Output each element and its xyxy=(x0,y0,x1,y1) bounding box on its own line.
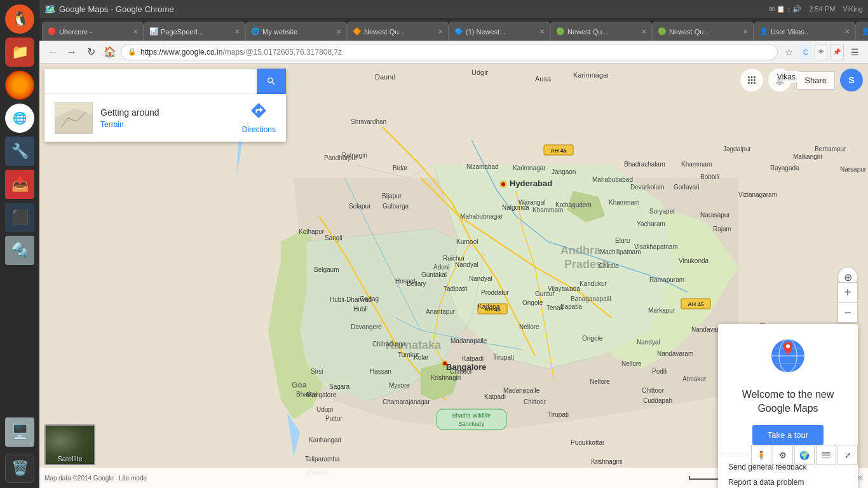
forward-button[interactable]: → xyxy=(64,44,80,60)
tab-close-mywebsite[interactable]: × xyxy=(336,27,341,36)
tab-ubercore[interactable]: 🔴 Ubercore - × xyxy=(42,22,144,41)
svg-text:Kothagudem: Kothagudem xyxy=(555,201,592,208)
svg-text:Nandyal: Nandyal xyxy=(455,261,478,268)
tab-close-newest3[interactable]: × xyxy=(641,27,646,36)
report-data-link[interactable]: Report a data problem xyxy=(728,475,848,488)
extension1-button[interactable]: C xyxy=(799,44,812,60)
satellite-label: Satellite xyxy=(46,455,94,463)
svg-text:Ausa: Ausa xyxy=(535,75,552,83)
street-view-icon[interactable]: 🧍 xyxy=(751,445,771,465)
tab-close-uservikas1[interactable]: × xyxy=(844,27,850,36)
tab-label-newest1: Newest Qu... xyxy=(364,28,435,36)
svg-text:Bobbili: Bobbili xyxy=(700,173,719,180)
search-input[interactable] xyxy=(44,69,257,94)
terrain-link[interactable]: Terrain xyxy=(100,120,234,129)
back-button[interactable]: ← xyxy=(44,44,61,60)
svg-text:Gadag: Gadag xyxy=(360,295,379,302)
zoom-in-button[interactable]: + xyxy=(837,282,858,302)
tab-newest1[interactable]: 🔶 Newest Qu... × xyxy=(347,22,449,41)
title-bar-left: 🗺️ Google Maps - Google Chrome xyxy=(44,4,174,14)
system-icons: ✉ 📋 ↕ 🔊 xyxy=(769,5,802,13)
zoom-out-button[interactable]: − xyxy=(837,302,858,323)
extension2-button[interactable]: 👁 xyxy=(815,44,827,60)
svg-text:Chitradurga: Chitradurga xyxy=(372,341,406,348)
svg-point-136 xyxy=(786,344,790,348)
svg-text:Rajam: Rajam xyxy=(713,226,731,233)
tab-close-newest4[interactable]: × xyxy=(743,27,748,36)
svg-text:Goa: Goa xyxy=(292,381,307,390)
terminal-icon[interactable]: ⬛ xyxy=(5,203,34,232)
getting-around-panel: Getting around Terrain Directions xyxy=(44,94,286,142)
svg-text:Markapur: Markapur xyxy=(648,307,675,314)
ubuntu-icon[interactable]: 🐧 xyxy=(5,4,34,34)
svg-text:Daund: Daund xyxy=(375,73,395,81)
share-button[interactable]: Share xyxy=(796,71,835,90)
nav-right-controls: ☆ C 👁 📌 ☰ xyxy=(780,44,863,60)
files-icon[interactable]: 📁 xyxy=(5,37,34,67)
tab-close-ubercore[interactable]: × xyxy=(133,27,138,36)
chrome-menu-button[interactable]: ☰ xyxy=(846,44,863,60)
tab-uservikas2[interactable]: 👤 User Vikas... × xyxy=(855,22,868,41)
fullscreen-icon[interactable]: ⤢ xyxy=(837,445,858,465)
earth-view-icon[interactable]: 🌍 xyxy=(794,445,815,465)
svg-text:Madanapalle: Madanapalle xyxy=(451,337,487,344)
getting-around-info: Getting around Terrain xyxy=(100,107,234,129)
svg-text:Berhampur: Berhampur xyxy=(815,146,846,152)
svg-text:Kolar: Kolar xyxy=(414,354,429,361)
map-container[interactable]: AH 45 AH 45 AH 45 Daund Udgir Ausa Karim… xyxy=(39,64,868,488)
directions-label: Directions xyxy=(242,125,276,134)
svg-text:Sagara: Sagara xyxy=(329,383,350,390)
map-credits: Map data ©2014 Google xyxy=(44,475,114,482)
directions-button[interactable]: Directions xyxy=(242,102,276,134)
tab-mywebsite[interactable]: 🌐 My website × xyxy=(245,22,347,41)
tab-close-newest2[interactable]: × xyxy=(539,27,545,36)
search-button[interactable] xyxy=(257,69,286,94)
google-apps-button[interactable] xyxy=(740,69,763,92)
svg-text:Malkangiri: Malkangiri xyxy=(793,153,822,160)
getting-around-title: Getting around xyxy=(100,107,234,118)
display-icon[interactable]: 🖥️ xyxy=(5,417,34,447)
svg-text:Belgaum: Belgaum xyxy=(314,266,339,273)
settings2-icon[interactable]: 🔩 xyxy=(5,236,34,265)
address-bar[interactable]: 🔒 https://www.google.co.in/maps/@15.0172… xyxy=(121,44,778,60)
svg-text:Nandyal: Nandyal xyxy=(637,339,660,346)
reload-button[interactable]: ↻ xyxy=(83,44,99,60)
user-avatar[interactable]: S xyxy=(840,69,863,92)
tab-bar: 🔴 Ubercore - × 📊 PageSpeed... × 🌐 My web… xyxy=(39,18,868,41)
take-tour-button[interactable]: Take a tour xyxy=(752,425,824,445)
map-layers-icon[interactable] xyxy=(816,445,836,465)
tab-close-newest1[interactable]: × xyxy=(438,27,443,36)
bookmark-button[interactable]: ☆ xyxy=(780,44,797,60)
svg-text:Tirupati: Tirupati xyxy=(548,411,569,418)
chrome-icon[interactable]: 🌐 xyxy=(5,104,34,133)
title-bar: 🗺️ Google Maps - Google Chrome ✉ 📋 ↕ 🔊 2… xyxy=(39,0,868,18)
tab-newest2[interactable]: 🔷 (1) Newest... × xyxy=(449,22,550,41)
maps-top-right: Share S xyxy=(740,69,863,92)
svg-text:Nellore: Nellore xyxy=(621,360,642,367)
tab-close-pagespeed[interactable]: × xyxy=(234,27,240,36)
svg-text:Nellore: Nellore xyxy=(590,378,610,385)
svg-text:Solapur: Solapur xyxy=(349,203,371,210)
filezilla-icon[interactable]: 📤 xyxy=(5,170,34,199)
satellite-thumbnail[interactable]: Satellite xyxy=(44,424,95,465)
tab-uservikas1[interactable]: 👤 User Vikas... × xyxy=(754,22,855,41)
svg-text:Banaganapalli: Banaganapalli xyxy=(571,295,611,302)
svg-text:Bapatla: Bapatla xyxy=(560,303,582,310)
tab-newest3[interactable]: 🟢 Newest Qu... × xyxy=(550,22,652,41)
trash-icon[interactable]: 🗑️ xyxy=(5,454,34,483)
tab-pagespeed[interactable]: 📊 PageSpeed... × xyxy=(144,22,245,41)
welcome-title: Welcome to the new Google Maps xyxy=(728,388,848,416)
taskbar: 🐧 📁 🦊 🌐 🔧 📤 ⬛ 🔩 🖥️ 🗑️ xyxy=(0,0,39,488)
tab-newest4[interactable]: 🟢 Newest Qu... × xyxy=(652,22,754,41)
workbench-icon[interactable]: 🔧 xyxy=(5,137,34,166)
svg-text:Karimnagar: Karimnagar xyxy=(573,71,609,79)
extension3-button[interactable]: 📌 xyxy=(830,44,844,60)
svg-text:Proddatur: Proddatur xyxy=(481,289,510,296)
svg-text:Nellore: Nellore xyxy=(519,323,539,330)
svg-text:Anantapur: Anantapur xyxy=(426,308,456,315)
map-settings-icon[interactable]: ⚙ xyxy=(773,445,793,465)
svg-text:Narsapur: Narsapur xyxy=(840,166,867,173)
home-button[interactable]: 🏠 xyxy=(102,44,118,60)
firefox-icon[interactable]: 🦊 xyxy=(5,71,34,100)
svg-text:Nalgonda: Nalgonda xyxy=(502,204,529,211)
